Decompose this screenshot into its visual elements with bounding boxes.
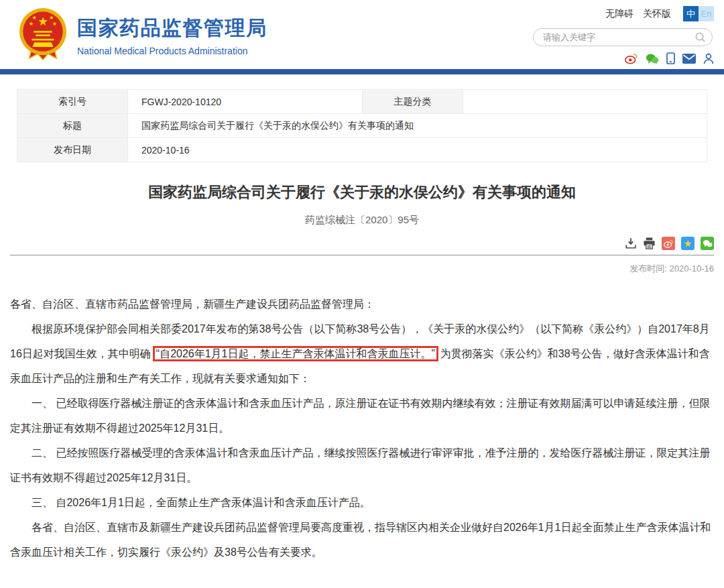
logo-text: 国家药品监督管理局 National Medical Products Admi… — [77, 15, 267, 56]
meta-value-index-number: FGWJ-2020-10120 — [128, 90, 363, 114]
meta-value-title: 国家药监局综合司关于履行《关于汞的水俣公约》有关事项的通知 — [128, 114, 707, 138]
top-links: 无障碍 关怀版 中 En — [533, 6, 714, 21]
page: ★ ★ ★ ★ ★ 国家药品监督管理局 National Medical Pro… — [0, 0, 724, 588]
table-row: 标题 国家药监局综合司关于履行《关于汞的水俣公约》有关事项的通知 — [17, 114, 707, 138]
weibo-icon[interactable] — [625, 53, 638, 64]
intro-paragraph: 根据原环境保护部会同相关部委2017年发布的第38号公告（以下简称38号公告），… — [10, 316, 714, 391]
mail-icon[interactable] — [682, 54, 696, 64]
meta-value-topic-category — [463, 90, 707, 114]
article-toolbar: ★ — [10, 237, 714, 250]
article-title: 国家药监局综合司关于履行《关于汞的水俣公约》有关事项的通知 — [23, 182, 701, 202]
weibo-share-icon[interactable] — [662, 237, 675, 250]
item-2: 二、 已经按照医疗器械受理的含汞体温计和含汞血压计产品，继续按照医疗器械进行审评… — [10, 440, 714, 490]
care-version-link[interactable]: 关怀版 — [643, 8, 671, 20]
qzone-share-icon[interactable]: ★ — [681, 237, 695, 250]
search-box — [533, 28, 713, 46]
lang-zh-button[interactable]: 中 — [683, 6, 699, 21]
svg-text:★: ★ — [49, 15, 54, 21]
social-links — [533, 52, 714, 64]
user-icon[interactable] — [703, 53, 714, 64]
lang-en-button[interactable]: En — [699, 6, 714, 21]
svg-text:★: ★ — [38, 15, 48, 28]
meta-label-topic-category: 主题分类 — [363, 90, 463, 114]
meta-label-publish-date: 发布日期 — [17, 138, 128, 162]
wechat-share-icon[interactable] — [701, 237, 714, 250]
table-row: 索引号 FGWJ-2020-10120 主题分类 — [17, 90, 707, 114]
item-3: 三、 自2026年1月1日起，全面禁止生产含汞体温计和含汞血压计产品。 — [10, 490, 714, 515]
site-logo[interactable]: ★ ★ ★ ★ ★ 国家药品监督管理局 National Medical Pro… — [17, 7, 267, 64]
svg-text:★: ★ — [52, 21, 57, 27]
download-icon[interactable] — [625, 237, 637, 249]
mobile-icon[interactable] — [666, 52, 675, 64]
svg-text:★: ★ — [32, 15, 37, 21]
print-icon[interactable] — [643, 237, 656, 249]
content-divider — [10, 255, 714, 255]
article-body: 各省、自治区、直辖市药品监督管理局，新疆生产建设兵团药品监督管理局： 根据原环境… — [10, 292, 714, 588]
search-input[interactable] — [534, 32, 695, 42]
closing-paragraph: 各省、自治区、直辖市及新疆生产建设兵团药品监督管理局要高度重视，指导辖区内相关企… — [10, 515, 714, 565]
wechat-icon[interactable] — [646, 53, 659, 64]
national-emblem-icon: ★ ★ ★ ★ ★ — [17, 7, 69, 64]
accessibility-link[interactable]: 无障碍 — [605, 8, 634, 20]
site-subtitle: National Medical Products Administration — [77, 46, 267, 56]
salutation: 各省、自治区、直辖市药品监督管理局，新疆生产建设兵团药品监督管理局： — [10, 292, 714, 316]
search-icon[interactable] — [695, 32, 706, 43]
item-1: 一、 已经取得医疗器械注册证的含汞体温计和含汞血压计产品，原注册证在证书有效期内… — [10, 391, 714, 440]
meta-value-publish-date: 2020-10-16 — [128, 138, 707, 162]
document-meta-table: 索引号 FGWJ-2020-10120 主题分类 标题 国家药监局综合司关于履行… — [17, 89, 707, 162]
language-switch: 中 En — [683, 6, 714, 21]
meta-label-index-number: 索引号 — [17, 90, 128, 114]
meta-label-title: 标题 — [17, 114, 128, 138]
main-content: 索引号 FGWJ-2020-10120 主题分类 标题 国家药监局综合司关于履行… — [10, 89, 714, 588]
table-row: 发布日期 2020-10-16 — [17, 138, 707, 162]
svg-text:★: ★ — [29, 21, 34, 27]
site-title: 国家药品监督管理局 — [77, 15, 267, 42]
header-right: 无障碍 关怀版 中 En — [533, 6, 714, 64]
header-divider-bar — [0, 69, 724, 74]
highlighted-text: “自2026年1月1日起，禁止生产含汞体温计和含汞血压计。” — [153, 346, 438, 361]
publish-time: 发布时间: 2020-10-16 — [10, 263, 714, 275]
site-header: ★ ★ ★ ★ ★ 国家药品监督管理局 National Medical Pro… — [0, 0, 724, 69]
doc-number: 药监综械注〔2020〕95号 — [10, 214, 714, 227]
